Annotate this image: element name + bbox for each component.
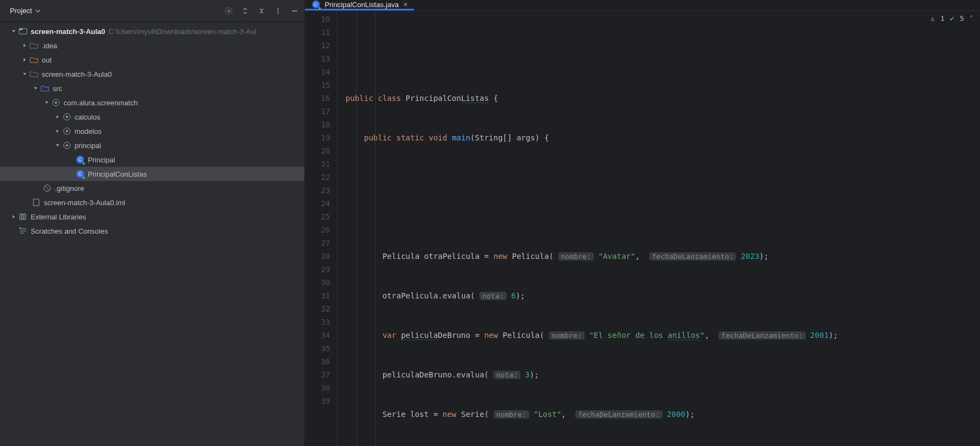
svg-point-12 xyxy=(66,116,68,118)
svg-point-10 xyxy=(55,101,57,104)
tree-idea-folder[interactable]: .idea xyxy=(0,38,304,53)
svg-text:C: C xyxy=(78,157,82,162)
gitignore-icon xyxy=(43,184,52,193)
line-number[interactable]: 17 xyxy=(305,105,330,118)
package-icon xyxy=(63,112,71,121)
line-number[interactable]: 22 xyxy=(305,171,330,184)
line-number[interactable]: 34 xyxy=(305,329,330,342)
module-icon xyxy=(19,27,27,36)
project-tool-window: Project screen-match-3-Aula0 C:\Users\my… xyxy=(0,0,305,446)
tree-package-principal[interactable]: principal xyxy=(0,138,304,153)
line-number[interactable]: 26 xyxy=(305,223,330,236)
line-number[interactable]: 15 xyxy=(305,78,330,92)
close-tab-icon[interactable]: × xyxy=(403,0,407,9)
svg-point-5 xyxy=(277,12,279,13)
line-number[interactable]: 21 xyxy=(305,157,330,171)
line-number[interactable]: 32 xyxy=(305,302,330,315)
runnable-class-icon: C xyxy=(76,170,84,178)
code-editor[interactable]: ⚠1 ✔5 ˄ 10111213141516171819202122232425… xyxy=(305,11,980,446)
line-number[interactable]: 29 xyxy=(305,263,330,276)
svg-text:C: C xyxy=(314,2,318,7)
tree-scratches[interactable]: Scratches and Consoles xyxy=(0,224,304,238)
line-number[interactable]: 16 xyxy=(305,92,330,105)
tree-src-folder[interactable]: src xyxy=(0,81,304,95)
line-number[interactable]: 13 xyxy=(305,52,330,65)
line-number[interactable]: 39 xyxy=(305,394,330,408)
svg-rect-24 xyxy=(20,214,21,219)
iml-file-icon xyxy=(32,198,41,207)
tree-module-folder[interactable]: screen-match-3-Aula0 xyxy=(0,67,304,81)
libraries-icon xyxy=(19,212,27,221)
tab-filename: PrincipalConListas.java xyxy=(325,1,399,9)
folder-icon xyxy=(30,41,38,50)
line-number[interactable]: 37 xyxy=(305,368,330,381)
line-number[interactable]: 25 xyxy=(305,210,330,223)
out-folder-icon xyxy=(30,55,38,64)
tree-external-libraries[interactable]: External Libraries xyxy=(0,210,304,224)
tree-class-principal[interactable]: C Principal xyxy=(0,153,304,167)
tree-iml-file[interactable]: screen-match-3-Aula0.iml xyxy=(0,195,304,210)
line-number[interactable]: 14 xyxy=(305,65,330,78)
svg-point-4 xyxy=(277,10,279,11)
line-number[interactable]: 12 xyxy=(305,39,330,52)
select-opened-file-icon[interactable] xyxy=(224,7,233,15)
src-folder-icon xyxy=(41,84,49,93)
editor-tab-active[interactable]: C PrincipalConListas.java × xyxy=(305,0,414,10)
line-number[interactable]: 18 xyxy=(305,118,330,131)
line-number[interactable]: 28 xyxy=(305,250,330,263)
svg-rect-23 xyxy=(33,199,39,206)
line-number[interactable]: 20 xyxy=(305,144,330,157)
tree-gitignore[interactable]: .gitignore xyxy=(0,181,304,195)
expand-all-icon[interactable] xyxy=(241,7,250,15)
hide-icon[interactable] xyxy=(290,7,299,15)
svg-point-3 xyxy=(277,8,279,9)
svg-point-16 xyxy=(66,144,68,146)
svg-text:C: C xyxy=(78,171,82,177)
line-number[interactable]: 24 xyxy=(305,197,330,210)
svg-line-22 xyxy=(45,186,49,190)
tree-out-folder[interactable]: out xyxy=(0,53,304,67)
more-options-icon[interactable] xyxy=(274,7,282,15)
line-number[interactable]: 30 xyxy=(305,276,330,289)
line-number[interactable]: 31 xyxy=(305,289,330,302)
package-icon xyxy=(52,98,60,107)
line-number[interactable]: 27 xyxy=(305,236,330,250)
line-number-gutter[interactable]: 1011121314151617181920212223242526272829… xyxy=(305,11,337,446)
editor-tabs: C PrincipalConListas.java × xyxy=(305,0,980,11)
project-tree[interactable]: screen-match-3-Aula0 C:\Users\myuli\Down… xyxy=(0,22,304,446)
scratches-icon xyxy=(19,227,27,235)
project-header: Project xyxy=(0,0,304,22)
svg-point-30 xyxy=(19,227,21,229)
code-content[interactable]: public class PrincipalConListas { public… xyxy=(337,11,980,446)
folder-icon xyxy=(30,70,38,78)
tree-class-principalconlistas[interactable]: C PrincipalConListas xyxy=(0,167,304,181)
line-number[interactable]: 33 xyxy=(305,315,330,329)
line-number[interactable]: 10 xyxy=(305,13,330,26)
collapse-all-icon[interactable] xyxy=(257,7,266,15)
runnable-class-icon: C xyxy=(311,0,320,9)
package-icon xyxy=(63,127,71,136)
svg-rect-8 xyxy=(19,29,22,30)
package-icon xyxy=(63,141,71,150)
tree-package-modelos[interactable]: modelos xyxy=(0,124,304,138)
svg-point-14 xyxy=(66,130,68,132)
tree-root[interactable]: screen-match-3-Aula0 C:\Users\myuli\Down… xyxy=(0,24,304,38)
line-number[interactable]: 35 xyxy=(305,342,330,355)
svg-rect-25 xyxy=(22,214,24,219)
line-number[interactable]: 19 xyxy=(305,131,330,144)
chevron-down-icon xyxy=(35,8,41,14)
tree-package-calculos[interactable]: calculos xyxy=(0,110,304,124)
project-title[interactable]: Project xyxy=(10,7,41,15)
line-number[interactable]: 23 xyxy=(305,184,330,197)
runnable-class-icon: C xyxy=(76,155,84,164)
editor-area: C PrincipalConListas.java × ⚠1 ✔5 ˄ 1011… xyxy=(305,0,980,446)
svg-rect-26 xyxy=(24,214,26,219)
tree-package-root[interactable]: com.alura.screenmatch xyxy=(0,95,304,110)
line-number[interactable]: 11 xyxy=(305,26,330,39)
line-number[interactable]: 38 xyxy=(305,381,330,394)
line-number[interactable]: 36 xyxy=(305,355,330,368)
